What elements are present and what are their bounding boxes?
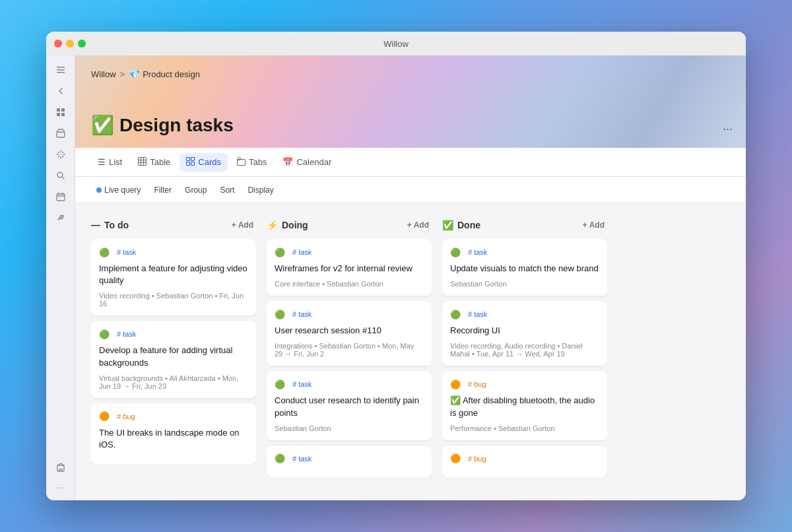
cards-list-doing: 🟢# taskWireframes for v2 for internal re… <box>267 239 432 477</box>
card-title: Implement a feature for adjusting video … <box>99 263 248 286</box>
more-options-button[interactable]: ... <box>723 119 733 133</box>
column-header-done: ✅Done+ Add <box>442 219 607 231</box>
column-icon-todo: — <box>91 220 100 230</box>
svg-rect-19 <box>187 162 190 165</box>
sidebar-toggle-icon[interactable] <box>51 61 70 79</box>
live-query-button[interactable]: Live query <box>91 183 146 197</box>
column-todo: —To do+ Add🟢# taskImplement a feature fo… <box>91 219 256 500</box>
svg-rect-18 <box>191 157 195 160</box>
card-type-row: 🟢# task <box>99 247 248 257</box>
svg-rect-12 <box>139 157 147 165</box>
sparkle-icon[interactable] <box>51 145 70 164</box>
card-type-row: 🟢# task <box>275 309 424 319</box>
main-content: Willow > 💎 Product design ✅ Design tasks… <box>75 55 746 500</box>
breadcrumb-current-label[interactable]: Product design <box>143 69 200 79</box>
table-tab-icon <box>138 157 147 168</box>
type-label: # bug <box>464 453 490 464</box>
card-meta: Video recording • Sebastian Gorton • Fri… <box>99 292 248 308</box>
svg-rect-11 <box>57 465 64 471</box>
task-card[interactable]: 🟠# bug✅ After disabling bluetooth, the a… <box>442 371 607 440</box>
svg-rect-3 <box>57 108 60 112</box>
group-label: Group <box>185 185 207 195</box>
svg-rect-6 <box>61 113 65 116</box>
breadcrumb-current: 💎 Product design <box>129 69 200 79</box>
card-placeholder[interactable]: 🟠# bug <box>442 446 607 477</box>
tab-list[interactable]: ☰ List <box>91 153 129 171</box>
sort-button[interactable]: Sort <box>214 183 240 197</box>
filter-label: Filter <box>154 185 172 195</box>
maximize-button[interactable] <box>78 40 86 48</box>
type-icon: 🟢 <box>275 453 285 463</box>
filter-button[interactable]: Filter <box>148 183 177 197</box>
svg-rect-1 <box>57 69 65 71</box>
card-meta: Performance • Sebastian Gorton <box>450 424 599 432</box>
task-card[interactable]: 🟠# bugThe UI breaks in landscape mode on… <box>91 403 256 464</box>
type-icon: 🟢 <box>99 248 110 257</box>
pin-icon[interactable] <box>51 209 70 227</box>
add-button-done[interactable]: + Add <box>580 219 607 231</box>
card-meta: Core interface • Sebastian Gorton <box>275 280 424 288</box>
sort-label: Sort <box>220 185 234 195</box>
type-icon: 🟢 <box>275 248 285 257</box>
add-button-todo[interactable]: + Add <box>229 219 256 231</box>
task-card[interactable]: 🟢# taskDevelop a feature for adding virt… <box>91 321 256 397</box>
close-button[interactable] <box>54 40 62 48</box>
card-meta: Video recording, Audio recording • Danie… <box>450 342 599 358</box>
svg-rect-7 <box>57 132 65 137</box>
type-icon: 🟠 <box>450 453 461 463</box>
add-button-doing[interactable]: + Add <box>405 219 432 231</box>
filter-bar: Live query Filter Group Sort Display <box>75 177 746 203</box>
breadcrumb-separator: > <box>120 69 125 79</box>
inbox-icon[interactable] <box>51 124 70 143</box>
list-tab-icon: ☰ <box>98 157 106 167</box>
svg-rect-2 <box>57 72 65 73</box>
card-title: Update visuals to match the new brand <box>450 263 599 275</box>
back-icon[interactable] <box>51 82 70 100</box>
boards-area: —To do+ Add🟢# taskImplement a feature fo… <box>75 203 746 500</box>
type-icon: 🟢 <box>275 310 285 319</box>
card-meta: Virtual backgrounds • Ali Akhtarzada • M… <box>99 374 248 390</box>
type-icon: 🟢 <box>99 329 110 339</box>
breadcrumb-parent[interactable]: Willow <box>91 69 116 79</box>
column-title-todo: To do <box>104 220 225 230</box>
tab-cards-label: Cards <box>198 157 221 167</box>
minimize-button[interactable] <box>66 40 74 48</box>
tab-tabs[interactable]: Tabs <box>230 153 273 172</box>
task-card[interactable]: 🟢# taskWireframes for v2 for internal re… <box>267 239 432 296</box>
sidebar-more[interactable]: ··· <box>57 479 65 495</box>
card-meta: Sebastian Gorton <box>275 424 424 432</box>
grid-icon[interactable] <box>51 103 70 121</box>
svg-rect-17 <box>187 157 190 160</box>
card-title: User research session #110 <box>275 325 424 337</box>
traffic-lights <box>54 40 86 48</box>
task-card[interactable]: 🟢# taskUser research session #110Integra… <box>267 301 432 366</box>
sidebar: ··· <box>46 55 75 500</box>
card-placeholder[interactable]: 🟢# task <box>267 446 432 477</box>
card-title: ✅ After disabling bluetooth, the audio i… <box>450 395 599 418</box>
calendar-icon[interactable] <box>51 187 70 206</box>
type-icon: 🟢 <box>450 310 461 319</box>
column-title-doing: Doing <box>282 220 401 230</box>
group-button[interactable]: Group <box>180 183 212 197</box>
display-button[interactable]: Display <box>242 183 279 197</box>
type-icon: 🟢 <box>275 380 285 389</box>
page-title-text: Design tasks <box>119 115 234 136</box>
task-card[interactable]: 🟢# taskUpdate visuals to match the new b… <box>442 239 607 296</box>
tab-calendar[interactable]: 📅 Calendar <box>276 153 338 171</box>
building-icon[interactable] <box>51 458 70 477</box>
card-type-row: 🟢# task <box>275 453 424 464</box>
tab-cards[interactable]: Cards <box>180 153 228 172</box>
card-type-row: 🟠# bug <box>99 411 248 422</box>
task-card[interactable]: 🟢# taskImplement a feature for adjusting… <box>91 239 256 316</box>
breadcrumb-icon: 💎 <box>129 69 140 79</box>
task-card[interactable]: 🟢# taskConduct user research to identify… <box>267 371 432 440</box>
search-icon[interactable] <box>51 166 70 185</box>
column-doing: ⚡Doing+ Add🟢# taskWireframes for v2 for … <box>267 219 432 500</box>
type-label: # task <box>288 379 315 389</box>
task-card[interactable]: 🟢# taskRecording UIVideo recording, Audi… <box>442 301 607 366</box>
calendar-tab-icon: 📅 <box>282 157 293 167</box>
cards-tab-icon <box>186 157 195 168</box>
card-type-row: 🟠# bug <box>450 453 599 464</box>
tab-table[interactable]: Table <box>131 153 177 172</box>
card-type-row: 🟢# task <box>275 247 424 257</box>
